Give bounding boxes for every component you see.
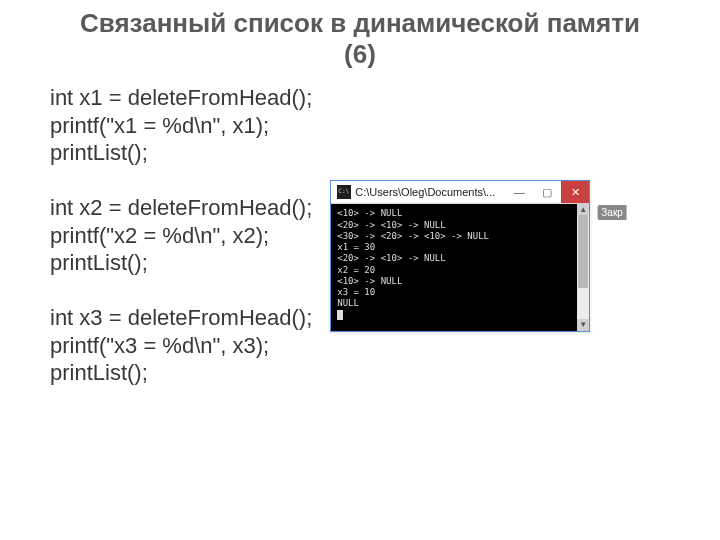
scroll-track[interactable]	[577, 215, 589, 319]
console-window: C:\Users\Oleg\Documents\... — ▢ ✕ Закр <…	[330, 180, 590, 332]
maximize-button[interactable]: ▢	[533, 181, 561, 203]
window-buttons: — ▢ ✕	[505, 181, 589, 203]
close-button[interactable]: ✕	[561, 181, 589, 203]
terminal-screenshot: C:\Users\Oleg\Documents\... — ▢ ✕ Закр <…	[330, 180, 590, 332]
minimize-button[interactable]: —	[505, 181, 533, 203]
cursor	[337, 310, 343, 320]
console-output: <10> -> NULL <20> -> <10> -> NULL <30> -…	[331, 204, 589, 331]
side-badge: Закр	[597, 205, 627, 220]
title-line-1: Связанный список в динамической памяти	[80, 8, 640, 38]
scroll-down-icon[interactable]: ▼	[577, 319, 589, 331]
scroll-thumb[interactable]	[578, 215, 588, 287]
window-titlebar: C:\Users\Oleg\Documents\... — ▢ ✕	[331, 181, 589, 204]
title-line-2: (6)	[344, 39, 376, 69]
cmd-icon	[337, 185, 351, 199]
code-block: int x1 = deleteFromHead(); printf("x1 = …	[28, 84, 312, 387]
slide: Связанный список в динамической памяти (…	[0, 0, 720, 540]
scrollbar[interactable]: ▲ ▼	[577, 203, 589, 331]
slide-body: int x1 = deleteFromHead(); printf("x1 = …	[28, 84, 692, 387]
window-title: C:\Users\Oleg\Documents\...	[355, 186, 505, 198]
slide-title: Связанный список в динамической памяти (…	[28, 8, 692, 70]
scroll-up-icon[interactable]: ▲	[577, 203, 589, 215]
